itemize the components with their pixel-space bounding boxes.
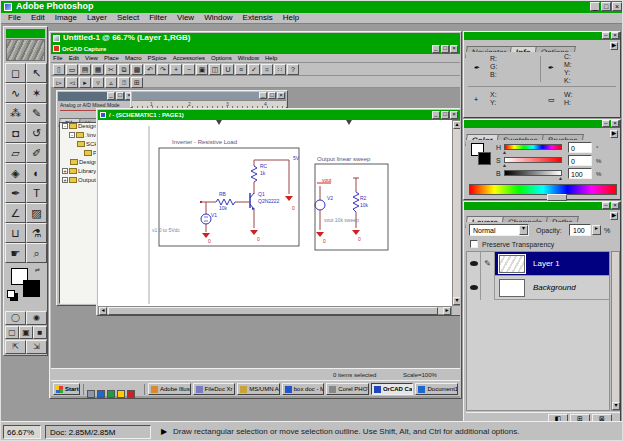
color-ramp[interactable]	[469, 184, 617, 195]
orcad-menu-macro[interactable]: Macro	[125, 55, 142, 61]
docked-palette-stub[interactable]	[547, 194, 567, 201]
layer-thumbnail[interactable]	[499, 279, 525, 297]
hscroll-thumb[interactable]	[108, 307, 438, 315]
slider-track[interactable]	[504, 144, 562, 150]
menu-filter[interactable]: Filter	[144, 13, 172, 23]
blur-tool[interactable]: ◈	[5, 163, 26, 183]
document-titlebar[interactable]: Untitled-1 @ 66.7% (Layer 1,RGB)	[51, 33, 460, 44]
tree-expand-icon[interactable]: -	[62, 123, 68, 129]
blend-mode-dropdown-icon[interactable]: ▾	[519, 225, 528, 235]
layer-edit-cell[interactable]	[481, 276, 495, 300]
orcad-probe-i-button[interactable]: ⍰	[118, 77, 130, 88]
orcad-menu-help[interactable]: Help	[265, 55, 277, 61]
tree-expand-icon[interactable]: +	[62, 177, 68, 183]
slider-thumb-icon[interactable]: ▲	[558, 176, 563, 181]
lasso-tool[interactable]: ∿	[5, 83, 26, 103]
quicklaunch-icon[interactable]	[107, 390, 115, 398]
quick-mask-mode-button[interactable]: ◉	[26, 311, 47, 325]
layer-row[interactable]: Background	[467, 276, 609, 300]
maximize-button[interactable]: □	[601, 2, 611, 11]
orcad-menu-options[interactable]: Options	[211, 55, 232, 61]
opacity-slider-icon[interactable]: ▸	[592, 225, 601, 235]
airbrush-tool[interactable]: ⁂	[5, 103, 26, 123]
orcad-menu-pspice[interactable]: PSpice	[148, 55, 167, 61]
scroll-right-icon[interactable]: ▸	[443, 307, 451, 315]
orcad-wire-button[interactable]: ◅	[66, 77, 78, 88]
slider-track[interactable]	[504, 157, 562, 163]
layer-visibility-cell[interactable]	[467, 252, 481, 276]
schematic-vscrollbar[interactable]: ▴ ▾	[452, 120, 460, 306]
eye-icon[interactable]	[470, 261, 478, 266]
orcad-new-button[interactable]: ▯	[53, 64, 65, 75]
quicklaunch-icon[interactable]	[87, 390, 95, 398]
color-palette-close-button[interactable]: ×	[611, 120, 619, 127]
info-palette-minimize-button[interactable]: –	[602, 32, 610, 39]
eye-icon[interactable]	[470, 285, 478, 290]
orcad-zoom-all-button[interactable]: ◫	[209, 64, 221, 75]
menu-view[interactable]: View	[172, 13, 199, 23]
orcad-drc-button[interactable]: ✓	[248, 64, 260, 75]
layers-palette-menu-icon[interactable]: ▶	[610, 212, 618, 220]
paintbrush-tool[interactable]: ✎	[26, 103, 47, 123]
orcad-zoom-in-button[interactable]: +	[170, 64, 182, 75]
schematic-window[interactable]: / - (SCHEMATIC1 : PAGE1) _ □ ×	[96, 108, 460, 316]
zoom-percentage-input[interactable]: 66.67%	[3, 425, 41, 439]
tree-expand-icon[interactable]: -	[69, 132, 75, 138]
taskbar-button[interactable]: Corel PHOT...	[326, 383, 369, 395]
layer-thumbnail[interactable]	[499, 255, 525, 273]
orcad-menu-file[interactable]: File	[53, 55, 63, 61]
orcad-bom-button[interactable]: ∷	[274, 64, 286, 75]
fullscreen-menubar-mode-button[interactable]: ▣	[19, 326, 33, 339]
taskbar-button[interactable]: FileDoc Xr 2-B...	[193, 383, 236, 395]
measure-tool[interactable]: ∠	[5, 203, 26, 223]
pen-tool[interactable]: ✒	[5, 183, 26, 203]
menu-window[interactable]: Window	[199, 13, 237, 23]
orcad-cut-button[interactable]: ✂	[105, 64, 117, 75]
slider-value-input[interactable]: 0	[568, 155, 592, 166]
taskbar-button[interactable]: MS/UMN Adobe...	[237, 383, 280, 395]
menu-edit[interactable]: Edit	[26, 13, 50, 23]
orcad-undo-button[interactable]: ↶	[144, 64, 156, 75]
doc-size-indicator[interactable]: Doc: 2.85M/2.85M	[45, 425, 151, 439]
layer-row[interactable]: ✎Layer 1	[467, 252, 609, 276]
orcad-paste-button[interactable]: ▩	[131, 64, 143, 75]
orcad-zoom-area-button[interactable]: ▣	[196, 64, 208, 75]
orcad-markers-button[interactable]: ⊞	[131, 77, 143, 88]
taskbar-button[interactable]: OrCAD Capture	[371, 383, 414, 395]
preserve-transparency-checkbox[interactable]	[470, 240, 478, 248]
start-button[interactable]: Start	[53, 383, 80, 395]
paint-bucket-tool[interactable]: ⊔	[5, 223, 26, 243]
layers-palette-titlebar[interactable]: – ×	[464, 202, 620, 210]
schematic-canvas[interactable]: Inverter - Resistive LoadRC1k5VQ1Q2N2222…	[98, 120, 452, 306]
close-button[interactable]: ×	[612, 2, 622, 11]
magic-wand-tool[interactable]: ✶	[26, 83, 47, 103]
orcad-menu-view[interactable]: View	[85, 55, 98, 61]
layers-palette-minimize-button[interactable]: –	[602, 202, 610, 209]
blend-mode-select[interactable]: Normal ▾	[469, 224, 529, 236]
taskbar-button[interactable]: Document1 - M...	[415, 383, 458, 395]
gradient-tool[interactable]: ▨	[26, 203, 47, 223]
move-tool[interactable]: ↖	[26, 63, 47, 83]
orcad-menu-edit[interactable]: Edit	[69, 55, 79, 61]
orcad-back-annotate-button[interactable]: ≡	[235, 64, 247, 75]
orcad-zoom-out-button[interactable]: −	[183, 64, 195, 75]
eyedropper-tool[interactable]: ⚗	[26, 223, 47, 243]
scroll-up-icon[interactable]: ▴	[453, 121, 460, 129]
scroll-left-icon[interactable]: ◂	[99, 307, 107, 315]
orcad-menu-accessories[interactable]: Accessories	[173, 55, 205, 61]
dodge-tool[interactable]: ◐	[26, 163, 47, 183]
orcad-menu-place[interactable]: Place	[104, 55, 119, 61]
history-brush-tool[interactable]: ↺	[26, 123, 47, 143]
layers-scrollbar[interactable]: ▾	[611, 251, 620, 411]
orcad-select-button[interactable]: ▻	[53, 77, 65, 88]
color-palette-minimize-button[interactable]: –	[602, 120, 610, 127]
schematic-maximize-button[interactable]: □	[441, 111, 449, 119]
schematic-titlebar[interactable]: / - (SCHEMATIC1 : PAGE1) _ □ ×	[98, 110, 460, 120]
orcad-open-button[interactable]: ▭	[66, 64, 78, 75]
orcad-print-button[interactable]: ▦	[92, 64, 104, 75]
info-palette-titlebar[interactable]: – ×	[464, 32, 620, 40]
jump-to-button[interactable]: ⇲	[26, 340, 47, 354]
orcad-run-button[interactable]: ▸	[79, 77, 91, 88]
canvas-image[interactable]: OrCAD Capture _ □ × FileEditViewPlaceMac…	[51, 44, 460, 398]
eraser-tool[interactable]: ▱	[5, 143, 26, 163]
